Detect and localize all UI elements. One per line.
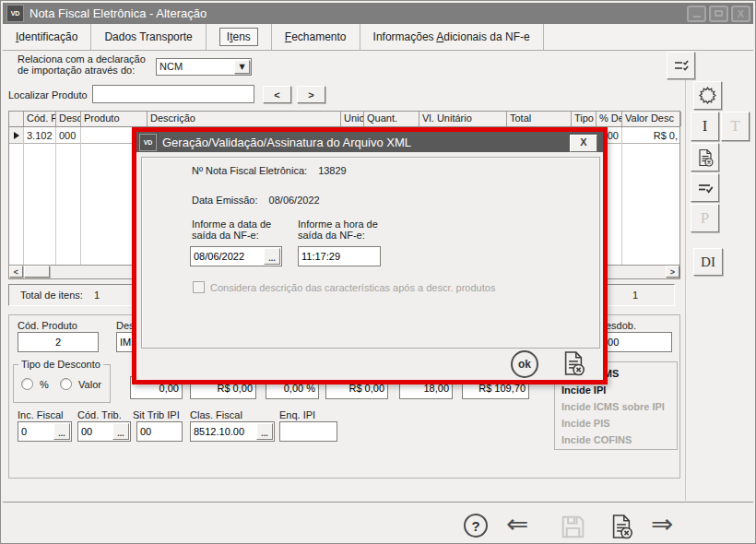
column-header-selector[interactable] bbox=[9, 112, 24, 126]
incide-item-incide-pis: Incide PIS bbox=[555, 415, 677, 432]
lines-check-icon bbox=[697, 181, 714, 195]
exit-time-label: Informe a hora de saída da NF-e: bbox=[298, 219, 401, 241]
di-button[interactable]: DI bbox=[693, 248, 723, 276]
grid-gridline bbox=[23, 127, 24, 265]
window-close-button[interactable]: X bbox=[731, 6, 750, 22]
field-wrapper-clas-fiscal: ... bbox=[190, 421, 275, 442]
incide-item-incide-icms-sobre-ipi: Incide ICMS sobre IPI bbox=[555, 398, 677, 415]
column-header-%-de[interactable]: % De bbox=[597, 112, 622, 126]
radio-percent-label: % bbox=[40, 379, 49, 390]
column-header-unid[interactable]: Unid bbox=[341, 112, 364, 126]
nfe-number-label: Nº Nota Fiscal Eletrônica: bbox=[192, 165, 307, 176]
ellipsis-button-c-d-trib[interactable]: ... bbox=[112, 423, 129, 440]
ellipsis-button-inc-fiscal[interactable]: ... bbox=[53, 423, 70, 440]
total-quantity-value: 1 bbox=[632, 290, 638, 301]
emission-date-value: 08/06/2022 bbox=[269, 195, 320, 206]
radio-valor[interactable]: Valor bbox=[60, 378, 101, 390]
minimize-button[interactable] bbox=[687, 6, 706, 22]
column-header-c-d-f[interactable]: Cód. F bbox=[24, 112, 56, 126]
import-combo[interactable]: NCM ▼ bbox=[156, 58, 252, 76]
ok-button[interactable]: ok bbox=[511, 350, 538, 378]
right-divider bbox=[685, 52, 686, 501]
import-combo-value: NCM bbox=[159, 61, 183, 72]
next-product-button[interactable]: > bbox=[297, 86, 325, 103]
label-enq-ipi: Enq. IPI bbox=[279, 409, 315, 420]
save-button[interactable] bbox=[561, 514, 585, 541]
cod-produto-input[interactable] bbox=[18, 333, 98, 351]
maximize-button[interactable] bbox=[709, 6, 728, 22]
italic-button[interactable]: I bbox=[691, 112, 719, 141]
nfe-number-line: Nº Nota Fiscal Eletrônica: 13829 bbox=[192, 165, 347, 176]
row-selector-icon bbox=[14, 132, 19, 139]
field-wrapper-c-d-trib: ... bbox=[77, 421, 131, 442]
column-header-produto[interactable]: Produto bbox=[81, 112, 148, 126]
column-header-valor-desc[interactable]: Valor Desc bbox=[622, 112, 681, 126]
label-clas-fiscal: Clas. Fiscal bbox=[190, 409, 242, 420]
total-items-label: Total de itens: bbox=[20, 290, 83, 301]
previous-product-button[interactable]: < bbox=[263, 86, 291, 103]
column-header-tipo[interactable]: Tipo bbox=[572, 112, 597, 126]
help-button[interactable]: ? bbox=[464, 514, 488, 538]
localizar-produto-label: Localizar Produto bbox=[8, 89, 88, 101]
status-toolbar bbox=[3, 503, 753, 541]
radio-valor-label: Valor bbox=[78, 379, 101, 390]
grid-cell-c-d-f: 3.102 bbox=[24, 127, 56, 143]
caracteristicas-checkbox-label: Considera descrição das características … bbox=[210, 282, 495, 293]
tab-itens[interactable]: Itens bbox=[207, 24, 272, 50]
column-header-total[interactable]: Total bbox=[507, 112, 572, 126]
grid-gridline bbox=[621, 127, 622, 265]
cancel-nfe-button[interactable] bbox=[608, 514, 634, 541]
tab-informacoes-adicionais-nfe[interactable]: Informações Adicionais da NF-e bbox=[360, 24, 544, 50]
combo-dropdown-button[interactable]: ▼ bbox=[234, 60, 250, 74]
localizar-produto-input[interactable] bbox=[93, 86, 254, 102]
field-enq-ipi[interactable] bbox=[280, 422, 337, 441]
exit-date-ellipsis-button[interactable]: ... bbox=[264, 248, 280, 265]
checkbox-icon[interactable] bbox=[193, 281, 205, 293]
column-header-quant[interactable]: Quant. bbox=[364, 112, 419, 126]
exit-time-input[interactable] bbox=[299, 247, 380, 266]
dialog-close-button[interactable]: X bbox=[570, 135, 597, 152]
field-c-d-trib[interactable] bbox=[78, 422, 113, 441]
column-header-desd[interactable]: Desd bbox=[56, 112, 81, 126]
radio-percent-icon bbox=[21, 378, 33, 390]
checklist-icon bbox=[673, 59, 690, 73]
desdob-input[interactable] bbox=[599, 333, 671, 351]
print-button[interactable]: P bbox=[691, 204, 719, 232]
field-clas-fiscal[interactable] bbox=[191, 422, 257, 441]
import-declaration-label-line1: Relaciona com a declaração bbox=[18, 53, 146, 65]
field-wrapper-sit-trib-ipi bbox=[136, 421, 183, 442]
field-inc-fiscal[interactable] bbox=[18, 422, 54, 441]
exit-date-input[interactable] bbox=[191, 247, 263, 266]
checklist-button[interactable] bbox=[667, 52, 695, 79]
emission-date-line: Data Emissão: 08/06/2022 bbox=[192, 195, 320, 206]
column-header-descri-o[interactable]: Descrição bbox=[148, 112, 341, 126]
ellipsis-button-clas-fiscal[interactable]: ... bbox=[256, 423, 273, 440]
grid-gridline bbox=[80, 127, 81, 265]
field-sit-trib-ipi[interactable] bbox=[137, 422, 182, 441]
forward-button[interactable]: ⇒ bbox=[651, 509, 673, 538]
emission-date-label: Data Emissão: bbox=[192, 195, 258, 206]
cod-produto-wrapper bbox=[18, 332, 99, 352]
back-button[interactable]: ⇐ bbox=[506, 509, 528, 538]
document-cancel-icon bbox=[608, 514, 634, 539]
cancel-xml-button[interactable] bbox=[560, 350, 587, 378]
field-wrapper-inc-fiscal: ... bbox=[18, 421, 72, 442]
nfe-number-value: 13829 bbox=[318, 165, 347, 176]
tab-fechamento[interactable]: Fechamento bbox=[272, 24, 360, 50]
apply-lines-button[interactable] bbox=[691, 173, 719, 202]
exit-date-label: Informe a data de saída da NF-e: bbox=[192, 219, 295, 241]
cancel-document-button[interactable] bbox=[691, 143, 719, 171]
scroll-right-button[interactable]: > bbox=[666, 266, 679, 278]
radio-percent[interactable]: % bbox=[21, 378, 49, 390]
grid-header: Cód. FDesdProdutoDescriçãoUnidQuant.Vl. … bbox=[9, 112, 679, 127]
tab-identificacao[interactable]: Identificação bbox=[3, 24, 91, 50]
scrollbar-thumb[interactable] bbox=[24, 266, 50, 278]
text-button[interactable]: T bbox=[721, 112, 750, 141]
import-declaration-label-line2: de importação através do: bbox=[18, 65, 146, 76]
column-header-vl-unit-rio[interactable]: Vl. Unitário bbox=[419, 112, 507, 126]
starburst-button[interactable] bbox=[693, 81, 722, 110]
scroll-left-button[interactable]: < bbox=[9, 266, 23, 278]
dialog-title: Geração/Validação/Assinatura do Arquivo … bbox=[162, 136, 411, 149]
tab-dados-transporte[interactable]: Dados Transporte bbox=[91, 24, 206, 50]
window-title: Nota Fiscal Eletrônica - Alteração bbox=[30, 6, 207, 20]
